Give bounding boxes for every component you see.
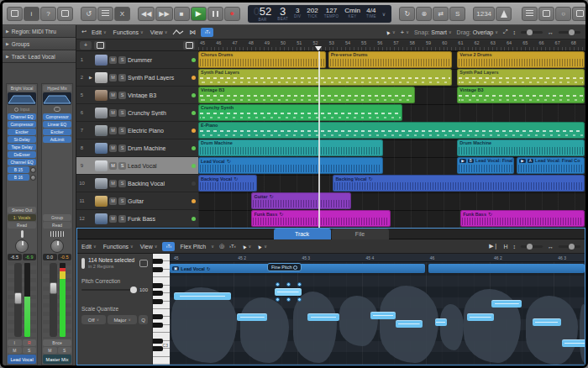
group-slot[interactable]: 1: Vocals [8,214,36,221]
secondary-tool-menu[interactable]: +∨ [401,29,409,36]
display-mode-icon[interactable] [7,7,23,21]
pitch-note[interactable] [370,312,396,319]
pitch-note[interactable] [237,313,267,321]
editor-vertical-zoom-slider[interactable] [521,245,543,248]
track-header-row[interactable]: 11MSGuitar [76,192,198,210]
media-browser-icon[interactable] [572,7,588,21]
plugin-slot[interactable]: Linear EQ [43,121,71,128]
region[interactable]: Vintage B3 [198,87,415,103]
channel-name-label[interactable]: Lead Vocal [8,355,36,364]
toolbar-toggle-icon[interactable] [57,7,73,21]
editor-pointer-tool-menu[interactable]: ▲∨ [241,244,252,250]
vertical-zoom-slider[interactable] [521,31,543,34]
loop-browser-icon[interactable]: ○ [555,7,571,21]
marquee-tool-icon[interactable]: ◎ [219,243,224,250]
bar-ruler[interactable]: 4546474849505152535455565758596061626364… [198,39,585,51]
pitch-note[interactable] [174,292,231,300]
track-solo-button[interactable]: S [118,215,126,223]
group-slot[interactable]: Group [43,214,71,221]
autopunch-icon[interactable]: ⇄ [433,7,449,21]
send-slot[interactable]: B 16 [8,174,36,181]
region[interactable]: Backing Vocal↻ [333,175,585,192]
mixer-icon[interactable] [97,7,113,21]
rewind-button[interactable]: ◀◀ [138,7,155,21]
track-mute-button[interactable]: M [109,215,117,223]
fader-cap[interactable] [50,282,57,294]
region[interactable]: Verse 2 Drums [457,51,585,68]
menu-edit[interactable]: Edit∨ [92,29,107,35]
editor-menu-functions[interactable]: Functions∨ [103,244,134,250]
editor-vertical-zoom-icon[interactable]: ↕ [513,244,517,250]
track-header-row[interactable]: 8MSDrum Machine [76,139,198,157]
track-mute-button[interactable]: M [109,127,117,134]
editor-waveform-zoom-icon[interactable]: H [503,244,507,250]
track-solo-button[interactable]: S [118,197,126,205]
track-mute-button[interactable]: M [109,56,117,64]
plugin-slot[interactable]: Channel EQ [8,159,36,166]
catch-playhead-icon[interactable]: ▶❘ [489,243,498,250]
add-track-button[interactable]: + [80,41,92,50]
track-header-row[interactable]: 9MSLead Vocal [76,157,198,175]
track-header-row[interactable]: 10MSBacking Vocal [76,175,198,192]
skip-cycle-icon[interactable]: ⊗ [416,7,432,21]
region[interactable]: Pre-verse Drums [328,51,453,68]
flex-tool-icon[interactable]: ›T‹ [229,244,236,249]
plugin-slot[interactable]: Channel EQ [8,113,36,120]
region[interactable]: Funk Bass↻ [460,210,585,227]
automation-mode-button[interactable]: Read [43,222,71,229]
region[interactable]: Crunchy Synth [198,104,402,121]
eq-thumbnail[interactable] [43,92,71,105]
region[interactable]: E-Piano [198,122,585,139]
automation-icon[interactable] [172,29,184,36]
editor-secondary-tool-menu[interactable]: ▲∨ [256,244,267,250]
groups-inspector-header[interactable]: ▶Groups [3,38,76,50]
input-slot[interactable]: Input [8,106,36,113]
editor-menu-view[interactable]: View∨ [140,244,158,250]
track-solo-button[interactable]: S [118,180,126,187]
plugin-slot[interactable]: St-Delay [8,136,36,143]
pitch-note[interactable] [467,313,494,321]
disclosure-triangle-icon[interactable]: ▶ [89,75,93,80]
editor-horizontal-zoom-icon[interactable]: ↔ [548,244,554,250]
lcd-chevron-icon[interactable]: ∨ [382,11,386,17]
quantize-button[interactable]: Q [139,315,148,324]
track-zoom-icon[interactable] [183,41,195,50]
scale-type-select[interactable]: Major∨ [108,315,138,324]
note-hotspot-dot[interactable] [297,297,302,302]
solo-button[interactable]: S [23,347,37,354]
record-button[interactable]: ● [224,7,240,21]
track-mute-button[interactable]: M [109,162,117,170]
flex-icon[interactable]: ›T‹ [162,242,175,251]
region[interactable]: Vintage B3 [457,87,585,103]
black-key[interactable] [153,283,163,288]
flex-mode-icon[interactable]: ›T‹ [201,28,213,37]
metronome-icon[interactable] [496,7,512,21]
pan-knob[interactable] [15,239,29,253]
volume-fader[interactable] [50,263,57,337]
note-hotspot-dot[interactable] [276,282,280,287]
horizontal-zoom-slider[interactable] [559,31,580,34]
playhead[interactable] [318,51,320,228]
cycle-icon[interactable]: ↻ [399,7,415,21]
region[interactable]: Drum Machine [198,139,383,156]
black-key[interactable] [153,314,163,319]
pitch-correction-slider[interactable] [81,289,137,291]
black-key[interactable] [153,259,163,264]
track-header-row[interactable]: 5MSVintage B3 [76,87,198,104]
midi-in-icon[interactable]: ⋈ [189,29,196,36]
piano-keyboard[interactable]: C3 [153,254,170,365]
track-header-row[interactable]: 7MSElectric Piano [76,122,198,139]
region[interactable]: Synth Pad Layers [457,69,585,86]
menu-functions[interactable]: Functions∨ [113,29,144,35]
pan-knob[interactable] [50,239,64,253]
editor-tab-track[interactable]: Track [274,229,331,239]
editor-tab-file[interactable]: File [332,229,389,239]
region-inspector-header[interactable]: ▶Region: MIDI Thru [3,25,76,38]
drag-menu[interactable]: Drag:Overlap∨ [457,29,498,35]
menu-view[interactable]: View∨ [150,29,168,35]
track-solo-button[interactable]: S [118,162,126,170]
note-hotspot-dot[interactable] [286,297,291,302]
horizontal-zoom-icon[interactable]: ↔ [548,29,554,35]
volume-fader[interactable] [14,263,22,337]
count-in-button[interactable]: 1234 [473,7,495,21]
